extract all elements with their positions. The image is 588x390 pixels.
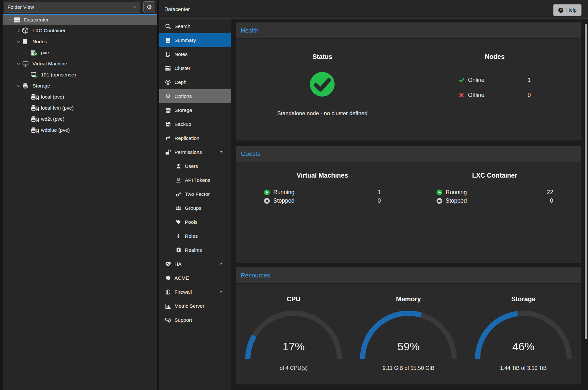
tree-item-label: Nodes bbox=[32, 39, 47, 45]
tree-item-label: wdblue (pve) bbox=[41, 127, 70, 133]
menu-item-label: API Tokens bbox=[185, 177, 210, 183]
tree-item[interactable]: Nodes bbox=[3, 36, 157, 47]
status-heading: Status bbox=[313, 53, 332, 61]
menu-item-ha[interactable]: HA bbox=[159, 257, 231, 271]
menu-item-ceph[interactable]: Ceph bbox=[159, 75, 231, 89]
status-row: Stopped 0 bbox=[264, 197, 381, 204]
status-row-label: Stopped bbox=[446, 197, 467, 204]
tree-item[interactable]: LXC Container bbox=[3, 25, 157, 36]
menu-item-backup[interactable]: Backup bbox=[159, 117, 231, 131]
menu-item-metric-server[interactable]: Metric Server bbox=[159, 299, 231, 313]
top-bar: Datacenter ? Help bbox=[159, 0, 588, 19]
menu-item-label: Users bbox=[185, 163, 198, 169]
menu-item-pools[interactable]: Pools bbox=[159, 215, 231, 229]
gauge-arc bbox=[356, 307, 460, 362]
tree-item[interactable]: Storage bbox=[3, 80, 157, 91]
tag-icon bbox=[176, 219, 181, 225]
guests-column-heading: Virtual Machines bbox=[297, 172, 348, 179]
play-circle-icon bbox=[264, 189, 270, 195]
gauge-subtext: 9.11 GiB of 15.50 GiB bbox=[383, 365, 434, 371]
menu-item-users[interactable]: Users bbox=[159, 159, 231, 173]
gauge-cpu: CPU 17% of 4 CPU(s) bbox=[236, 284, 351, 371]
tree-item-label: wd2t (pve) bbox=[41, 116, 64, 122]
menu-item-options[interactable]: ⚙ Options bbox=[159, 89, 231, 103]
menu-item-acme[interactable]: ACME bbox=[159, 271, 231, 285]
tree-item[interactable]: Virtual Machine bbox=[3, 58, 157, 69]
menu-item-label: Ceph bbox=[174, 79, 186, 85]
chevron-down-icon[interactable] bbox=[15, 40, 22, 44]
menu-item-replication[interactable]: ⇄ Replication bbox=[159, 131, 231, 145]
tree-settings-button[interactable]: ⚙ bbox=[143, 1, 155, 13]
menu-item-api-tokens[interactable]: API Tokens bbox=[159, 173, 231, 187]
health-status-column: Status Standalone node - no cluster defi… bbox=[236, 39, 409, 117]
tree-item[interactable]: 101 (opnsense) bbox=[3, 69, 157, 80]
tree-item-label: pve bbox=[41, 50, 49, 56]
comments-icon bbox=[165, 317, 171, 323]
tree-item-label: local (pve) bbox=[41, 94, 64, 100]
chevron-right-icon[interactable] bbox=[15, 29, 22, 33]
view-selector-dropdown[interactable]: Folder View bbox=[4, 2, 140, 13]
scrollbar-thumb[interactable] bbox=[585, 24, 587, 339]
user-outline-icon bbox=[176, 177, 181, 183]
tree-item[interactable]: local (pve) bbox=[3, 91, 157, 102]
menu-item-groups[interactable]: Groups bbox=[159, 201, 231, 215]
menu-item-roles[interactable]: Roles bbox=[159, 229, 231, 243]
gauge-percent: 17% bbox=[242, 340, 346, 353]
menu-item-summary[interactable]: Summary bbox=[159, 33, 231, 47]
server-icon bbox=[14, 17, 20, 23]
monitor-icon bbox=[22, 61, 29, 67]
status-row-label: Online bbox=[468, 77, 485, 84]
status-row-value: 1 bbox=[378, 189, 381, 196]
menu-item-search[interactable]: Search bbox=[159, 19, 231, 33]
resources-panel-title: Resources bbox=[241, 272, 270, 279]
menu-item-realms[interactable]: Realms bbox=[159, 243, 231, 257]
health-panel-header: Health bbox=[236, 22, 581, 39]
key-icon bbox=[176, 191, 181, 197]
person-icon bbox=[176, 233, 181, 239]
tree-item[interactable]: local-lvm (pve) bbox=[3, 102, 157, 114]
gear-icon: ⚙ bbox=[147, 4, 152, 11]
replication-icon: ⇄ bbox=[166, 135, 170, 141]
menu-item-cluster[interactable]: Cluster bbox=[159, 61, 231, 75]
play-circle-icon bbox=[436, 189, 442, 195]
database-disk-icon bbox=[31, 105, 39, 111]
heartbeat-icon bbox=[165, 261, 171, 267]
guests-column: Virtual Machines Running 1 Stopped 0 bbox=[236, 162, 409, 204]
burst-icon bbox=[165, 275, 171, 281]
status-row: Offline 0 bbox=[459, 92, 531, 99]
database-disk-icon bbox=[31, 127, 39, 133]
tree-item-label: Datacenter bbox=[24, 17, 49, 23]
caret-right-icon bbox=[219, 289, 224, 295]
content-area: Health Status Standalone node - no clust… bbox=[231, 19, 588, 390]
menu-item-label: Roles bbox=[185, 233, 198, 239]
tree-item[interactable]: Datacenter bbox=[3, 14, 157, 25]
help-button[interactable]: ? Help bbox=[553, 4, 582, 16]
menu-item-label: Pools bbox=[185, 219, 198, 225]
status-row: Stopped 0 bbox=[436, 197, 553, 204]
gauge-arc bbox=[242, 307, 346, 362]
status-row-label: Running bbox=[446, 189, 467, 196]
tree-item[interactable]: wd2t (pve) bbox=[3, 114, 157, 125]
view-selector-value: Folder View bbox=[7, 4, 132, 10]
monitor-running-icon bbox=[31, 72, 38, 78]
tree-item[interactable]: pve bbox=[3, 47, 157, 58]
menu-item-firewall[interactable]: Firewall bbox=[159, 285, 231, 299]
menu-item-two-factor[interactable]: Two Factor bbox=[159, 187, 231, 201]
menu-item-support[interactable]: Support bbox=[159, 313, 231, 327]
resources-panel: Resources CPU 17% of 4 CPU(s) Memory 59%… bbox=[236, 267, 581, 384]
menu-item-label: Groups bbox=[185, 205, 201, 211]
menu-item-permissions[interactable]: Permissions bbox=[159, 145, 231, 159]
address-book-icon bbox=[176, 247, 181, 253]
chevron-down-icon[interactable] bbox=[15, 62, 22, 66]
status-row-label: Running bbox=[273, 189, 294, 196]
tree-item-label: LXC Container bbox=[32, 28, 66, 34]
database-disk-icon bbox=[31, 116, 39, 122]
building-icon bbox=[22, 38, 28, 45]
menu-item-notes[interactable]: Notes bbox=[159, 47, 231, 61]
chevron-down-icon[interactable] bbox=[15, 84, 22, 88]
tree-item-label: local-lvm (pve) bbox=[41, 105, 74, 111]
tree-item[interactable]: wdblue (pve) bbox=[3, 125, 157, 136]
menu-item-storage[interactable]: Storage bbox=[159, 103, 231, 117]
tree-item-label: 101 (opnsense) bbox=[41, 72, 76, 78]
chevron-down-icon[interactable] bbox=[6, 18, 14, 22]
